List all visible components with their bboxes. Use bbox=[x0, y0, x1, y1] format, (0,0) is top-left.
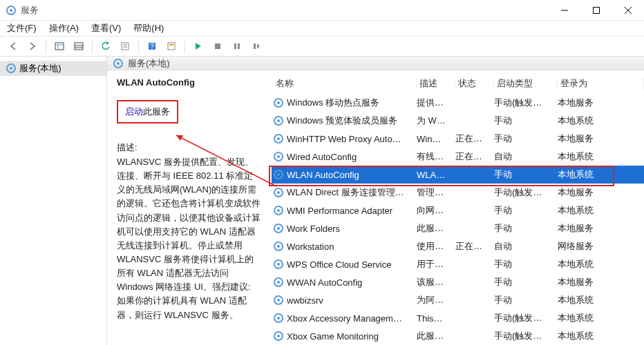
maximize-button[interactable] bbox=[580, 0, 612, 21]
show-hide-tree-button[interactable] bbox=[52, 39, 67, 54]
svg-rect-18 bbox=[169, 44, 173, 46]
forward-button[interactable] bbox=[25, 39, 40, 54]
table-row[interactable]: Xbox Game Monitoring此服…手动(触发…本地系统 bbox=[272, 327, 644, 345]
col-startup[interactable]: 启动类型 bbox=[494, 77, 558, 90]
table-row[interactable]: WLAN AutoConfigWLA…手动本地系统 bbox=[272, 166, 644, 184]
table-row[interactable]: Windows 预览体验成员服务为 W…手动本地系统 bbox=[272, 112, 644, 130]
cell-startup: 手动(触发… bbox=[494, 97, 558, 109]
service-name: Work Folders bbox=[287, 224, 340, 234]
cell-logon: 本地服务 bbox=[558, 276, 644, 288]
service-name: Wired AutoConfig bbox=[287, 152, 357, 162]
col-logon[interactable]: 登录为 bbox=[558, 77, 644, 90]
tree-root-label: 服务(本地) bbox=[19, 62, 61, 75]
window-title: 服务 bbox=[21, 4, 39, 17]
help-button[interactable]: ? bbox=[144, 39, 160, 54]
menu-help[interactable]: 帮助(H) bbox=[133, 22, 164, 34]
svg-point-1 bbox=[10, 9, 12, 12]
gear-icon bbox=[113, 58, 124, 69]
cell-desc: 该服… bbox=[417, 276, 455, 288]
export-list-button[interactable] bbox=[71, 39, 86, 54]
cell-startup: 手动 bbox=[494, 115, 558, 127]
cell-startup: 手动 bbox=[494, 132, 558, 145]
cell-logon: 本地系统 bbox=[558, 330, 644, 342]
table-row[interactable]: Xbox Accessory Managem…This…手动(触发…本地系统 bbox=[272, 309, 644, 327]
table-row[interactable]: WWAN AutoConfig该服…手动本地服务 bbox=[272, 273, 644, 291]
svg-point-48 bbox=[277, 281, 280, 284]
cell-logon: 本地服务 bbox=[558, 186, 644, 199]
gear-icon bbox=[6, 63, 17, 74]
svg-point-46 bbox=[277, 263, 280, 266]
table-row[interactable]: Work Folders此服…手动本地服务 bbox=[272, 219, 644, 237]
col-status[interactable]: 状态 bbox=[455, 77, 494, 90]
toolbar: ? bbox=[0, 36, 644, 57]
close-button[interactable] bbox=[612, 0, 644, 21]
back-button[interactable] bbox=[6, 39, 21, 54]
cell-desc: 为 W… bbox=[417, 115, 455, 127]
gear-icon bbox=[273, 115, 284, 126]
svg-point-54 bbox=[277, 335, 280, 337]
table-row[interactable]: WMI Performance Adapter向网…手动本地系统 bbox=[272, 201, 644, 219]
menu-action[interactable]: 操作(A) bbox=[49, 22, 79, 34]
minimize-button[interactable] bbox=[549, 0, 580, 21]
stop-service-button[interactable] bbox=[210, 39, 225, 54]
svg-rect-6 bbox=[55, 43, 64, 50]
svg-rect-9 bbox=[75, 43, 83, 50]
pause-service-button[interactable] bbox=[229, 39, 245, 54]
svg-point-52 bbox=[277, 317, 280, 319]
pane-body: WLAN AutoConfig 启动此服务 描述: WLANSVC 服务提供配置… bbox=[107, 70, 644, 345]
cell-logon: 本地系统 bbox=[558, 258, 644, 270]
properties-button-2[interactable] bbox=[164, 39, 179, 54]
svg-rect-21 bbox=[238, 43, 240, 49]
svg-point-26 bbox=[117, 62, 120, 65]
cell-desc: This… bbox=[417, 313, 455, 324]
service-name: WWAN AutoConfig bbox=[287, 277, 362, 288]
svg-point-40 bbox=[277, 209, 280, 212]
svg-point-24 bbox=[10, 67, 12, 70]
table-row[interactable]: Wired AutoConfig有线…正在…自动本地系统 bbox=[272, 148, 644, 166]
start-service-button[interactable] bbox=[191, 39, 206, 54]
cell-logon: 本地系统 bbox=[558, 168, 644, 181]
service-name: WLAN Direct 服务连接管理… bbox=[287, 186, 404, 199]
gear-icon bbox=[273, 133, 284, 144]
table-row[interactable]: WLAN Direct 服务连接管理…管理…手动(触发…本地服务 bbox=[272, 184, 644, 201]
table-row[interactable]: Workstation使用…正在…自动网络服务 bbox=[272, 237, 644, 255]
col-name[interactable]: 名称 bbox=[273, 77, 417, 90]
start-service-link[interactable]: 启动 bbox=[125, 106, 143, 117]
svg-point-44 bbox=[277, 245, 280, 248]
column-headers: 名称 描述 状态 启动类型 登录为 bbox=[272, 77, 644, 90]
svg-point-34 bbox=[277, 155, 280, 158]
svg-rect-12 bbox=[122, 43, 129, 50]
cell-desc: 使用… bbox=[417, 240, 455, 253]
table-row[interactable]: WPS Office Cloud Service用于…手动本地系统 bbox=[272, 255, 644, 273]
cell-status: 正在… bbox=[455, 132, 494, 145]
table-row[interactable]: WinHTTP Web Proxy Auto…Win…正在…手动本地服务 bbox=[272, 130, 644, 148]
tree-root-services-local[interactable]: 服务(本地) bbox=[0, 61, 106, 76]
service-title: WLAN AutoConfig bbox=[117, 77, 262, 88]
service-name: WLAN AutoConfig bbox=[287, 170, 359, 180]
cell-startup: 手动(触发… bbox=[494, 186, 558, 199]
menu-file[interactable]: 文件(F) bbox=[7, 22, 37, 34]
refresh-button[interactable] bbox=[98, 39, 113, 54]
cell-startup: 手动 bbox=[494, 276, 558, 288]
restart-service-button[interactable] bbox=[249, 39, 264, 54]
svg-point-30 bbox=[277, 119, 280, 122]
col-desc[interactable]: 描述 bbox=[417, 77, 455, 90]
service-list: 名称 描述 状态 启动类型 登录为 Windows 移动热点服务提供…手动(触发… bbox=[272, 77, 644, 345]
cell-logon: 本地服务 bbox=[558, 222, 644, 235]
properties-button[interactable] bbox=[117, 39, 133, 54]
menu-view[interactable]: 查看(V) bbox=[91, 22, 121, 34]
pane-header-label: 服务(本地) bbox=[128, 57, 170, 70]
cell-logon: 本地系统 bbox=[558, 204, 644, 217]
svg-rect-3 bbox=[594, 7, 600, 13]
table-row[interactable]: Windows 移动热点服务提供…手动(触发…本地服务 bbox=[272, 94, 644, 112]
service-name: Workstation bbox=[287, 241, 334, 252]
service-name: Xbox Accessory Managem… bbox=[287, 313, 402, 324]
table-row[interactable]: wwbizsrv为阿…手动本地系统 bbox=[272, 291, 644, 309]
cell-startup: 手动 bbox=[494, 168, 558, 181]
toolbar-separator bbox=[138, 39, 139, 53]
cell-desc: Win… bbox=[417, 134, 455, 144]
toolbar-separator bbox=[184, 39, 185, 53]
cell-startup: 手动(触发… bbox=[494, 312, 558, 324]
cell-startup: 手动 bbox=[494, 294, 558, 306]
gear-icon bbox=[273, 241, 284, 252]
